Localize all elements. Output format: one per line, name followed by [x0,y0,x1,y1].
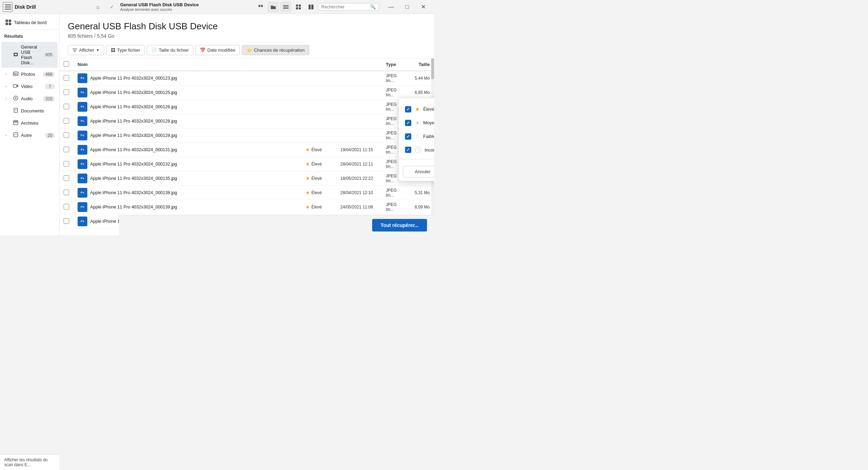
sidebar-item-photos[interactable]: › Photos 468 [1,68,58,80]
scrollbar-thumb[interactable] [431,58,434,79]
table-row: Ps Apple iPhone 11 Pro 4032x3024_000138.… [59,186,434,200]
row-checkbox[interactable] [64,75,69,81]
file-view-button[interactable] [255,1,266,13]
row-checkbox-cell [59,128,73,143]
sidebar-item-archives[interactable]: Archives [1,117,58,129]
maximize-button[interactable]: □ [399,1,415,13]
table-row: Ps Apple iPhone 11 Pro 4032x3024_000129.… [59,128,434,143]
row-checkbox[interactable] [64,147,69,152]
type-filter-icon: 🖼 [111,47,115,53]
sidebar-item-video[interactable]: › Vidéo 7 [1,81,58,92]
sidebar-item-autre[interactable]: › Autre 20 [1,130,58,141]
svg-rect-5 [296,5,298,7]
row-type-cell: JPEG Im... [382,186,410,200]
table-row: Ps Apple iPhone 11 Pro 4032x3024_000131.… [59,143,434,157]
recovery-filter-button[interactable]: ⭐ Chances de récupération [242,45,309,55]
minimize-button[interactable]: — [383,1,399,13]
chevron-video-icon: › [6,85,10,88]
type-column-header: Type [382,58,410,71]
page-title: General USB Flash Disk USB Device [68,21,426,32]
row-checkbox-cell [59,200,73,214]
table-header-row: Nom Type Taille [59,58,434,71]
home-button[interactable]: ⌂ [92,1,103,13]
sidebar-divider-1 [0,29,59,30]
eleve-checkbox[interactable]: ✓ [405,106,411,112]
toolbar-actions: 🔍 — □ ✕ [255,1,431,13]
popup-actions: Annuler OK [399,162,434,181]
list-view-button[interactable] [280,1,291,13]
row-checkbox[interactable] [64,104,69,109]
date-filter-button[interactable]: 📅 Date modifiée [195,45,240,55]
file-name-label: Apple iPhone 11 Pro 4032x3024_000123.jpg [90,76,177,81]
size-filter-button[interactable]: 📄 Taille du fichier [147,45,193,55]
sidebar-item-audio[interactable]: › Audio 310 [1,93,58,104]
recovery-column-header [301,58,336,71]
svg-rect-12 [15,54,17,55]
row-date-cell [336,114,382,128]
split-view-button[interactable] [305,1,317,13]
faible-checkbox[interactable]: ✓ [405,133,411,140]
row-name-cell: Ps Apple iPhone 11 Pro 4032x3024_000126.… [73,100,301,114]
search-box: 🔍 [318,3,379,10]
folder-view-button[interactable] [268,1,279,13]
menu-icon-button[interactable] [3,2,13,12]
file-table-body: Ps Apple iPhone 11 Pro 4032x3024_000123.… [59,71,434,229]
table-row: Ps Apple iPhone 11 Pro 4032x3024_000125.… [59,86,434,100]
row-checkbox-cell [59,214,73,229]
file-name-label: Apple iPhone 11 Pro 4032x3024_000129.jpg [90,133,177,138]
svg-rect-10 [311,5,313,9]
sidebar-item-usb[interactable]: General USB Flash Disk... 805 [1,42,58,68]
row-date-cell: 28/04/2021 12:11 [336,157,382,171]
file-name-label: Apple iPhone 11 Pro 4032x3024_000135.jpg [90,176,177,181]
afficher-filter-button[interactable]: Afficher ▼ [68,45,104,55]
eleve-check-icon: ✓ [406,107,410,112]
row-type-cell: JPEG Im... [382,200,410,214]
recover-all-button[interactable]: Tout récupérer... [372,219,427,232]
dashboard-nav-item[interactable]: Tableau de bord [1,17,58,28]
cancel-button[interactable]: Annuler [403,166,434,177]
app-name: Disk Drill [15,4,36,10]
svg-rect-6 [299,5,301,7]
recovery-filter-label: Chances de récupération [254,47,304,53]
documents-icon [13,108,19,114]
row-checkbox[interactable] [64,175,69,181]
sidebar-item-audio-label: Audio [21,96,41,101]
table-row: Ps Apple iPhone 11 Pro 4032x3024_000123.… [59,71,434,86]
sidebar-item-documents[interactable]: Documents [1,105,58,117]
popup-item-faible[interactable]: ✓ ☆ Faible [399,130,434,143]
window-controls: — □ ✕ [383,1,431,13]
sidebar-item-audio-count: 310 [43,96,55,102]
popup-item-inconnu[interactable]: ✓ ? Inconnu [399,143,434,156]
svg-rect-13 [13,72,18,75]
check-button[interactable]: ✓ [106,1,117,13]
grid-view-button[interactable] [293,1,304,13]
row-checkbox-cell [59,157,73,171]
archives-icon [13,120,19,126]
inconnu-checkbox[interactable]: ✓ [405,147,411,153]
row-checkbox[interactable] [64,161,69,167]
moyen-checkbox[interactable]: ✓ [405,120,411,126]
table-row: Ps Apple iPhone 11 Pro 4032x3024_000128.… [59,114,434,128]
type-filter-button[interactable]: 🖼 Type fichier [106,45,145,55]
select-all-checkbox[interactable] [64,61,69,67]
row-checkbox[interactable] [64,118,69,124]
svg-rect-2 [283,5,289,6]
autre-icon [13,132,19,139]
popup-item-eleve[interactable]: ✓ ★ Élevé [399,102,434,116]
row-checkbox[interactable] [64,218,69,224]
row-size-cell: 5,31 Mo [410,186,434,200]
row-date-cell: 19/04/2021 11:15 [336,143,382,157]
file-name-label: Apple iPhone 11 Pro 4032x3024_000131.jpg [90,147,177,152]
row-checkbox[interactable] [64,204,69,210]
popup-item-moyen[interactable]: ✓ ★ Moyen [399,116,434,130]
file-name-label: Apple iPhone 11 Pro 4032x3024_000138.jpg [90,190,177,195]
row-recovery-cell [301,128,336,143]
close-button[interactable]: ✕ [415,1,431,13]
row-checkbox[interactable] [64,190,69,195]
row-name-cell: Ps Apple iPhone 11 Pro 4032x3024_000138.… [73,186,301,200]
audio-icon [13,95,19,102]
row-checkbox[interactable] [64,89,69,95]
row-checkbox[interactable] [64,132,69,138]
search-input[interactable] [321,4,370,9]
eleve-star-icon: ★ [415,106,420,112]
